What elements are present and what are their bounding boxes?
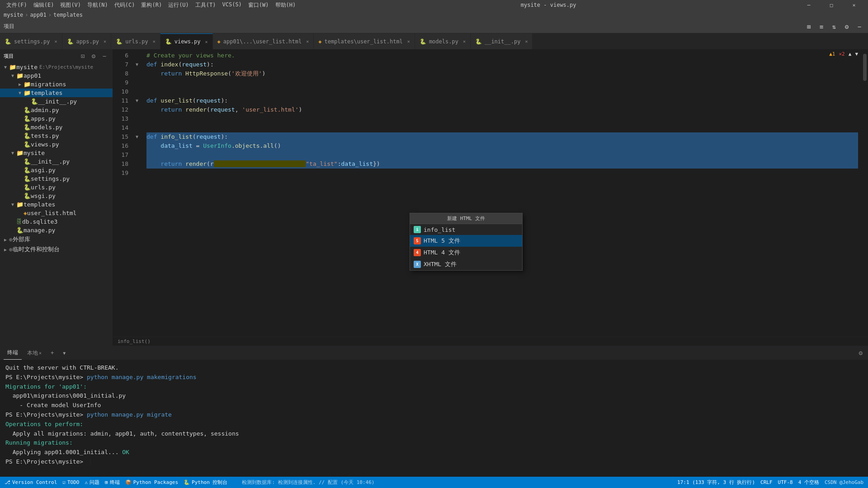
tab-close-views[interactable]: ✕ <box>205 39 208 44</box>
tab-close-templates-userlist[interactable]: ✕ <box>407 39 410 44</box>
editor-scrollbar[interactable] <box>862 49 868 337</box>
autocomplete-item-label: info_list <box>424 226 455 233</box>
toolbar-list-btn[interactable]: ≡ <box>816 22 826 32</box>
breadcrumb-app01[interactable]: app01 <box>30 12 47 18</box>
breadcrumb-templates[interactable]: templates <box>53 12 83 18</box>
tab-settings-py[interactable]: 🐍 settings.py ✕ <box>0 33 62 49</box>
menu-view[interactable]: 视图(V) <box>57 1 84 9</box>
toolbar-sort-btn[interactable]: ⇅ <box>829 22 839 32</box>
menu-navigate[interactable]: 导航(N) <box>85 1 111 9</box>
function-breadcrumb: info_list() <box>118 338 151 344</box>
tree-item-migrations[interactable]: ▶ 📁 migrations <box>0 80 113 89</box>
tree-item-init-in-templates[interactable]: ▶ 🐍 __init__.py <box>0 97 113 106</box>
status-encoding[interactable]: UTF-8 <box>778 479 793 485</box>
tree-item-app01[interactable]: ▼ 📁 app01 <box>0 71 113 80</box>
tab-urls-py[interactable]: 🐍 urls.py ✕ <box>111 33 160 49</box>
sidebar-settings-btn[interactable]: ⚙ <box>89 52 98 61</box>
tree-item-mysite-folder[interactable]: ▼ 📁 mysite <box>0 149 113 157</box>
breadcrumb-mysite[interactable]: mysite <box>4 12 23 18</box>
menu-refactor[interactable]: 重构(R) <box>138 1 165 9</box>
tree-item-external-libs[interactable]: ▶ ⊕ 外部库 <box>0 235 113 244</box>
code-line-12: return render(request, 'user_list.html') <box>146 105 858 114</box>
tree-item-views-py[interactable]: ▶ 🐍 views.py <box>0 140 113 149</box>
terminal-settings-btn[interactable]: ⚙ <box>857 349 864 357</box>
close-button[interactable]: ✕ <box>844 0 864 10</box>
status-terminal-btn[interactable]: ⊞ 终端 <box>105 479 120 486</box>
tab-add-terminal[interactable]: + <box>47 346 57 360</box>
sidebar: 项目 ⊡ ⚙ − ▼ 📁 mysite E:\Projects\mysite ▼… <box>0 49 113 346</box>
autocomplete-item-info-list[interactable]: i info_list <box>410 224 522 235</box>
tree-item-root-templates[interactable]: ▼ 📁 templates <box>0 200 113 209</box>
tab-close-app01userlist[interactable]: ✕ <box>306 39 309 44</box>
tree-item-db-sqlite3[interactable]: ▶ 🗄 db.sqlite3 <box>0 217 113 226</box>
tab-models-py[interactable]: 🐍 models.py ✕ <box>415 33 471 49</box>
tree-item-tests-py[interactable]: ▶ 🐍 tests.py <box>0 131 113 140</box>
tab-views-py[interactable]: 🐍 views.py ✕ <box>160 33 213 49</box>
menu-tools[interactable]: 工具(T) <box>193 1 219 9</box>
code-editor[interactable]: # Create your views here. def index(requ… <box>143 49 862 337</box>
tab-terminal[interactable]: 终端 <box>4 346 22 360</box>
tree-item-mysite-root[interactable]: ▼ 📁 mysite E:\Projects\mysite <box>0 63 113 71</box>
status-position[interactable]: 17:1 (133 字符, 3 行 执行行) <box>677 479 755 486</box>
menu-window[interactable]: 窗口(W) <box>245 1 272 9</box>
minimize-button[interactable]: ─ <box>798 0 819 10</box>
folder-icon: 📁 <box>16 201 24 208</box>
tab-init-py[interactable]: 🐍 __init__.py ✕ <box>471 33 533 49</box>
toolbar-gear-btn[interactable]: ⚙ <box>842 22 852 32</box>
tab-close-apps[interactable]: ✕ <box>104 39 106 44</box>
menu-edit[interactable]: 编辑(E) <box>31 1 57 9</box>
sidebar-collapse-btn[interactable]: ⊡ <box>78 52 87 61</box>
tree-item-temp-files[interactable]: ▶ ⊕ 临时文件和控制台 <box>0 244 113 254</box>
tab-apps-py[interactable]: 🐍 apps.py ✕ <box>62 33 112 49</box>
file-tree: ▼ 📁 mysite E:\Projects\mysite ▼ 📁 app01 … <box>0 63 113 346</box>
status-todo[interactable]: ☑ TODO <box>62 479 79 485</box>
term-line-quit: Quit the server with CTRL-BREAK. <box>5 363 863 373</box>
tree-item-manage-py[interactable]: ▶ 🐍 manage.py <box>0 226 113 235</box>
tree-item-urls-py[interactable]: ▶ 🐍 urls.py <box>0 183 113 192</box>
status-python-console[interactable]: 🐍 Python 控制台 <box>184 479 227 486</box>
py-file-icon: 🐍 <box>24 184 31 191</box>
status-python-packages[interactable]: 📦 Python Packages <box>125 479 178 485</box>
sidebar-hide-btn[interactable]: − <box>100 52 109 61</box>
status-line-ending[interactable]: CRLF <box>760 479 773 485</box>
menu-file[interactable]: 文件(F) <box>4 1 30 9</box>
status-indent[interactable]: 4 个空格 <box>798 479 819 486</box>
scroll-down-btn[interactable]: ▼ <box>855 51 858 57</box>
autocomplete-item-html5[interactable]: 5 HTML 5 文件 <box>410 235 522 247</box>
arrow-icon: ▼ <box>16 90 24 95</box>
tab-local[interactable]: 本地 × <box>24 346 45 360</box>
tree-item-templates[interactable]: ▼ 📁 templates <box>0 89 113 97</box>
autocomplete-item-html4[interactable]: 4 HTML 4 文件 <box>410 247 522 258</box>
autocomplete-item-xhtml[interactable]: X XHTML 文件 <box>410 258 522 270</box>
tree-item-settings-py[interactable]: ▶ 🐍 settings.py <box>0 174 113 183</box>
tab-close-init[interactable]: ✕ <box>525 39 528 44</box>
tab-templates-userlist[interactable]: ◈ templates\user_list.html ✕ <box>314 33 415 49</box>
tab-close-models[interactable]: ✕ <box>463 39 466 44</box>
errors-indicator: ✕2 <box>839 51 845 57</box>
tab-close-urls[interactable]: ✕ <box>153 39 156 44</box>
tab-dropdown[interactable]: ▼ <box>59 346 69 360</box>
menu-vcs[interactable]: VCS(S) <box>220 1 245 9</box>
tree-item-wsgi-py[interactable]: ▶ 🐍 wsgi.py <box>0 192 113 200</box>
status-version-control[interactable]: ⎇ Version Control <box>5 479 57 485</box>
terminal-content[interactable]: Quit the server with CTRL-BREAK. PS E:\P… <box>0 360 868 477</box>
menu-code[interactable]: 代码(C) <box>112 1 138 9</box>
maximize-button[interactable]: □ <box>821 0 842 10</box>
tab-close-settings[interactable]: ✕ <box>54 39 57 44</box>
toolbar-minus-btn[interactable]: − <box>854 22 864 32</box>
tree-item-models-py[interactable]: ▶ 🐍 models.py <box>0 123 113 131</box>
menu-help[interactable]: 帮助(H) <box>273 1 299 9</box>
scroll-up-btn[interactable]: ▲ <box>849 51 852 57</box>
tree-item-asgi-py[interactable]: ▶ 🐍 asgi.py <box>0 166 113 174</box>
local-dropdown[interactable]: × <box>39 351 42 356</box>
scrollbar-thumb[interactable] <box>863 54 867 81</box>
status-problems[interactable]: ⚠ 问题 <box>85 479 99 486</box>
toolbar-grid-btn[interactable]: ⊞ <box>804 22 814 32</box>
problems-icon: ⚠ <box>85 479 88 485</box>
tree-item-apps-py[interactable]: ▶ 🐍 apps.py <box>0 114 113 123</box>
menu-run[interactable]: 运行(U) <box>165 1 192 9</box>
tree-item-user-list-html[interactable]: ▶ ◈ user_list.html <box>0 209 113 217</box>
tab-app01-userlist[interactable]: ◈ app01\...\user_list.html ✕ <box>213 33 314 49</box>
tree-item-admin-py[interactable]: ▶ 🐍 admin.py <box>0 106 113 114</box>
tree-item-mysite-init[interactable]: ▶ 🐍 __init__.py <box>0 157 113 166</box>
